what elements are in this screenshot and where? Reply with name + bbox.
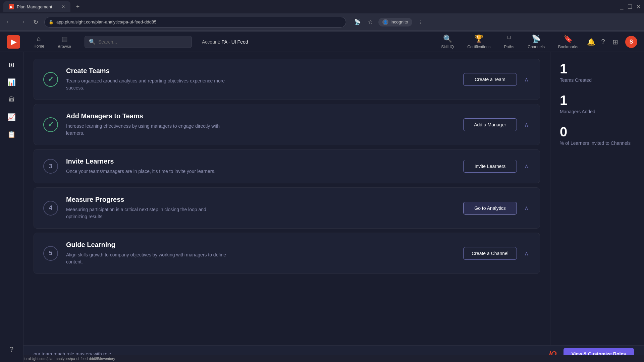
go-to-analytics-button[interactable]: Go to Analytics bbox=[463, 202, 517, 215]
step-content-4: Measure Progress Measuring participation… bbox=[66, 196, 455, 220]
left-sidebar: ⊞ 📊 🏛 📈 📋 ? bbox=[0, 52, 23, 362]
paths-icon: ⑂ bbox=[507, 35, 511, 43]
refresh-button[interactable]: ↻ bbox=[31, 18, 40, 26]
step-desc-5: Align skills growth to company objective… bbox=[66, 251, 227, 265]
search-icon: 🔍 bbox=[89, 39, 96, 45]
nav-right: 🔍 Skill IQ 🏆 Certifications ⑂ Paths 📡 Ch… bbox=[436, 33, 637, 51]
create-channel-button[interactable]: Create a Channel bbox=[463, 247, 517, 260]
address-bar[interactable]: 🔒 app.pluralsight.com/plan-analytics/pa-… bbox=[44, 17, 346, 27]
minimize-button[interactable]: ⎯ bbox=[620, 4, 624, 10]
browser-tab[interactable]: ▶ Plan Management ✕ bbox=[3, 1, 70, 12]
invite-learners-button[interactable]: Invite Learners bbox=[463, 160, 517, 173]
step-chevron-1[interactable]: ∧ bbox=[522, 76, 530, 83]
tab-title: Plan Management bbox=[17, 4, 52, 9]
steps-container: ✓ Create Teams Teams organized around an… bbox=[23, 52, 550, 349]
stat-learners-label: % of Learners Invited to Channels bbox=[560, 140, 635, 146]
stat-managers-label: Managers Added bbox=[560, 109, 635, 114]
cast-icon[interactable]: 📡 bbox=[353, 19, 362, 25]
step-card-2: ✓ Add Managers to Teams Increase learnin… bbox=[34, 104, 540, 145]
sidebar-help-icon[interactable]: ? bbox=[4, 342, 19, 357]
channels-icon: 📡 bbox=[532, 35, 541, 43]
sidebar-icon-teams[interactable]: 🏛 bbox=[4, 92, 19, 107]
step-action-2: Add a Manager ∧ bbox=[463, 118, 530, 131]
browser-addressbar: ← → ↻ 🔒 app.pluralsight.com/plan-analyti… bbox=[0, 13, 644, 31]
step-indicator-4: 4 bbox=[43, 201, 58, 216]
step-indicator-1: ✓ bbox=[43, 72, 58, 87]
window-controls: ⎯ ❐ ✕ bbox=[620, 4, 641, 10]
step-action-3: Invite Learners ∧ bbox=[463, 160, 530, 173]
nav-browse[interactable]: ▤ Browse bbox=[51, 32, 78, 52]
search-box[interactable]: 🔍 Search... bbox=[85, 36, 192, 48]
analytics-icon: 📊 bbox=[7, 78, 16, 86]
incognito-button[interactable]: 👤 Incognito bbox=[378, 18, 412, 26]
sidebar-icon-reports[interactable]: 📈 bbox=[4, 110, 19, 124]
step-title-3: Invite Learners bbox=[66, 158, 455, 165]
step-content-1: Create Teams Teams organized around anal… bbox=[66, 67, 455, 92]
grid-icon[interactable]: ⊞ bbox=[610, 38, 620, 46]
browser-chrome: ▶ Plan Management ✕ + ⎯ ❐ ✕ ← → ↻ 🔒 app.… bbox=[0, 0, 644, 32]
bookmark-icon[interactable]: ☆ bbox=[366, 19, 375, 25]
home-icon: ⌂ bbox=[37, 35, 41, 43]
nav-channels[interactable]: 📡 Channels bbox=[522, 33, 550, 51]
step-card-3: 3 Invite Learners Once your teams/manage… bbox=[34, 149, 540, 183]
close-button[interactable]: ✕ bbox=[636, 4, 641, 10]
step-action-1: Create a Team ∧ bbox=[463, 73, 530, 86]
back-button[interactable]: ← bbox=[4, 18, 13, 25]
step-title-1: Create Teams bbox=[66, 67, 455, 75]
sidebar-icon-list[interactable]: 📋 bbox=[4, 127, 19, 142]
nav-certifications[interactable]: 🏆 Certifications bbox=[462, 33, 496, 51]
step-action-5: Create a Channel ∧ bbox=[463, 247, 530, 260]
forward-button[interactable]: → bbox=[17, 18, 27, 25]
nav-skill-iq[interactable]: 🔍 Skill IQ bbox=[436, 33, 459, 51]
list-icon: 📋 bbox=[7, 130, 16, 138]
stat-learners-number: 0 bbox=[560, 125, 635, 138]
app-logo[interactable]: ▶ bbox=[7, 35, 20, 49]
status-bar: https://app.pluralsight.com/plan-analyti… bbox=[0, 355, 644, 362]
create-team-button[interactable]: Create a Team bbox=[463, 73, 517, 86]
skill-iq-icon: 🔍 bbox=[443, 35, 452, 43]
menu-icon[interactable]: ⋮ bbox=[416, 19, 425, 25]
nav-bookmarks[interactable]: 🔖 Bookmarks bbox=[553, 33, 584, 51]
main-content: ✓ Create Teams Teams organized around an… bbox=[23, 52, 644, 349]
add-manager-button[interactable]: Add a Manager bbox=[463, 118, 517, 131]
step-content-3: Invite Learners Once your teams/managers… bbox=[66, 158, 455, 175]
step-card-1: ✓ Create Teams Teams organized around an… bbox=[34, 59, 540, 100]
stat-teams: 1 Teams Created bbox=[560, 62, 635, 83]
certifications-icon: 🏆 bbox=[474, 35, 483, 43]
teams-icon: 🏛 bbox=[8, 96, 15, 104]
user-avatar[interactable]: S bbox=[625, 36, 637, 48]
help-icon[interactable]: ? bbox=[598, 38, 608, 46]
bookmarks-icon: 🔖 bbox=[564, 35, 573, 43]
step-title-2: Add Managers to Teams bbox=[66, 112, 455, 120]
step-card-5: 5 Guide Learning Align skills growth to … bbox=[34, 233, 540, 274]
lock-icon: 🔒 bbox=[49, 20, 54, 24]
step-chevron-4[interactable]: ∧ bbox=[522, 204, 530, 212]
step-desc-4: Measuring participation is a critical ne… bbox=[66, 206, 227, 220]
browse-icon: ▤ bbox=[61, 35, 68, 43]
new-tab-button[interactable]: + bbox=[73, 2, 83, 11]
step-action-4: Go to Analytics ∧ bbox=[463, 202, 530, 215]
step-content-5: Guide Learning Align skills growth to co… bbox=[66, 241, 455, 265]
step-desc-3: Once your teams/managers are in place, i… bbox=[66, 168, 227, 175]
address-url: app.pluralsight.com/plan-analytics/pa-ui… bbox=[56, 19, 156, 24]
step-desc-1: Teams organized around analytics and rep… bbox=[66, 77, 227, 92]
nav-home[interactable]: ⌂ Home bbox=[27, 32, 51, 51]
sidebar-icon-dashboard[interactable]: ⊞ bbox=[4, 57, 19, 72]
step-card-4: 4 Measure Progress Measuring participati… bbox=[34, 187, 540, 229]
step-chevron-2[interactable]: ∧ bbox=[522, 121, 530, 128]
tab-close-button[interactable]: ✕ bbox=[62, 4, 65, 9]
step-chevron-3[interactable]: ∧ bbox=[522, 163, 530, 170]
stat-managers-number: 1 bbox=[560, 94, 635, 107]
top-nav: ▶ ⌂ Home ▤ Browse 🔍 Search... Account: P… bbox=[0, 32, 644, 52]
reports-icon: 📈 bbox=[7, 113, 16, 121]
nav-paths[interactable]: ⑂ Paths bbox=[499, 33, 520, 51]
sidebar-icon-analytics[interactable]: 📊 bbox=[4, 75, 19, 89]
notifications-icon[interactable]: 🔔 bbox=[586, 38, 596, 46]
step-desc-2: Increase learning effectiveness by using… bbox=[66, 123, 227, 137]
help-circle-icon: ? bbox=[10, 346, 13, 353]
account-label: Account: PA - UI Feed bbox=[202, 39, 248, 45]
dashboard-icon: ⊞ bbox=[9, 61, 14, 69]
step-indicator-2: ✓ bbox=[43, 117, 58, 132]
maximize-button[interactable]: ❐ bbox=[628, 4, 632, 10]
step-chevron-5[interactable]: ∧ bbox=[522, 250, 530, 257]
